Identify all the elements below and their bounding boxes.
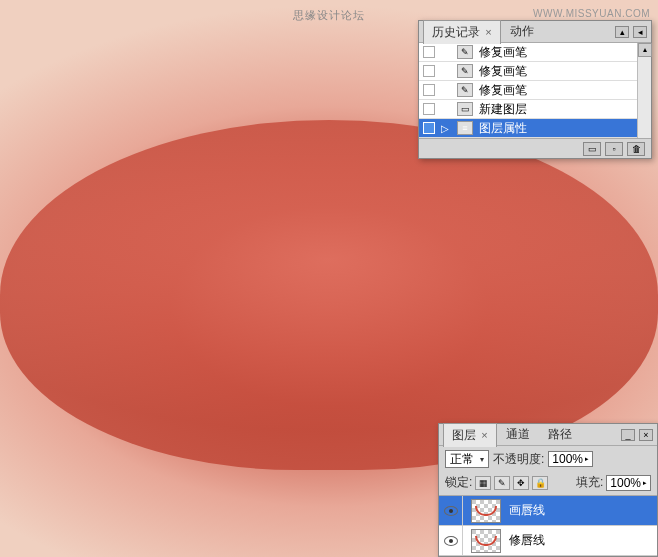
trash-icon[interactable]: 🗑 <box>627 142 645 156</box>
snapshot-icon[interactable]: ▭ <box>583 142 601 156</box>
history-item[interactable]: 修复画笔 <box>419 62 651 81</box>
visibility-toggle[interactable] <box>439 496 463 526</box>
layers-list: 画唇线 修唇线 <box>439 496 657 556</box>
chevron-down-icon: ▾ <box>480 455 484 464</box>
layer-thumbnail[interactable] <box>471 529 501 553</box>
lock-brush-icon[interactable]: ✎ <box>494 476 510 490</box>
history-marker[interactable] <box>423 46 435 58</box>
eye-icon <box>444 506 458 516</box>
eye-icon <box>444 536 458 546</box>
history-item[interactable]: 新建图层 <box>419 100 651 119</box>
visibility-toggle[interactable] <box>439 526 463 556</box>
tab-layers-label: 图层 <box>452 428 476 442</box>
history-label: 新建图层 <box>479 101 647 118</box>
lips-image-content <box>0 120 658 470</box>
properties-icon <box>457 121 473 135</box>
history-pointer: ▷ <box>441 123 451 134</box>
history-panel: 历史记录 × 动作 ▴ ◂ 修复画笔 修复画笔 修复画笔 <box>418 20 652 159</box>
new-layer-icon <box>457 102 473 116</box>
scrollbar[interactable]: ▴ <box>637 43 651 138</box>
opacity-input[interactable]: 100% ▸ <box>548 451 593 467</box>
tab-history-label: 历史记录 <box>432 25 480 39</box>
scroll-up-icon[interactable]: ▴ <box>638 43 652 57</box>
history-label: 修复画笔 <box>479 82 647 99</box>
chevron-right-icon: ▸ <box>643 479 647 487</box>
fill-label: 填充: <box>576 474 603 491</box>
minimize-icon[interactable]: _ <box>621 429 635 441</box>
lock-all-icon[interactable]: 🔒 <box>532 476 548 490</box>
history-item[interactable]: 修复画笔 <box>419 43 651 62</box>
fill-input[interactable]: 100% ▸ <box>606 475 651 491</box>
opacity-label: 不透明度: <box>493 451 544 468</box>
close-icon[interactable]: × <box>481 429 487 441</box>
layer-thumbnail[interactable] <box>471 499 501 523</box>
history-item[interactable]: 修复画笔 <box>419 81 651 100</box>
layers-options: 正常 ▾ 不透明度: 100% ▸ 锁定: ▦ ✎ ✥ 🔒 填充: 100% ▸ <box>439 446 657 496</box>
tab-layers[interactable]: 图层 × <box>443 423 497 447</box>
blend-mode-value: 正常 <box>450 451 474 468</box>
close-panel-icon[interactable]: × <box>639 429 653 441</box>
brush-icon <box>457 45 473 59</box>
history-footer: ▭ ▫ 🗑 <box>419 138 651 158</box>
lock-transparency-icon[interactable]: ▦ <box>475 476 491 490</box>
close-icon[interactable]: × <box>485 26 491 38</box>
history-marker[interactable] <box>423 122 435 134</box>
blend-mode-select[interactable]: 正常 ▾ <box>445 450 489 468</box>
chevron-right-icon: ▸ <box>585 455 589 463</box>
brush-icon <box>457 64 473 78</box>
fill-value: 100% <box>610 476 641 490</box>
layer-name[interactable]: 修唇线 <box>505 532 657 549</box>
opacity-value: 100% <box>552 452 583 466</box>
brush-icon <box>457 83 473 97</box>
tab-channels[interactable]: 通道 <box>497 422 539 447</box>
history-label: 修复画笔 <box>479 63 647 80</box>
history-marker[interactable] <box>423 103 435 115</box>
tab-history[interactable]: 历史记录 × <box>423 20 501 44</box>
layers-tabs: 图层 × 通道 路径 _ × <box>439 424 657 446</box>
history-marker[interactable] <box>423 84 435 96</box>
history-tabs: 历史记录 × 动作 ▴ ◂ <box>419 21 651 43</box>
tab-channels-label: 通道 <box>506 427 530 441</box>
watermark-text: 思缘设计论坛 <box>293 8 365 23</box>
tab-paths-label: 路径 <box>548 427 572 441</box>
lock-label: 锁定: <box>445 474 472 491</box>
history-item[interactable]: ▷ 图层属性 <box>419 119 651 138</box>
history-label: 图层属性 <box>479 120 647 137</box>
minimize-icon[interactable]: ▴ <box>615 26 629 38</box>
watermark-url: WWW.MISSYUAN.COM <box>533 8 650 19</box>
layers-panel: 图层 × 通道 路径 _ × 正常 ▾ 不透明度: 100% ▸ 锁定: ▦ ✎… <box>438 423 658 557</box>
history-label: 修复画笔 <box>479 44 647 61</box>
tab-paths[interactable]: 路径 <box>539 422 581 447</box>
layer-item[interactable]: 画唇线 <box>439 496 657 526</box>
tab-actions[interactable]: 动作 <box>501 19 543 44</box>
lock-move-icon[interactable]: ✥ <box>513 476 529 490</box>
history-marker[interactable] <box>423 65 435 77</box>
layer-item[interactable]: 修唇线 <box>439 526 657 556</box>
layer-name[interactable]: 画唇线 <box>505 502 657 519</box>
new-state-icon[interactable]: ▫ <box>605 142 623 156</box>
tab-actions-label: 动作 <box>510 24 534 38</box>
history-list: 修复画笔 修复画笔 修复画笔 新建图层 ▷ 图层属性 <box>419 43 651 138</box>
panel-menu-icon[interactable]: ◂ <box>633 26 647 38</box>
